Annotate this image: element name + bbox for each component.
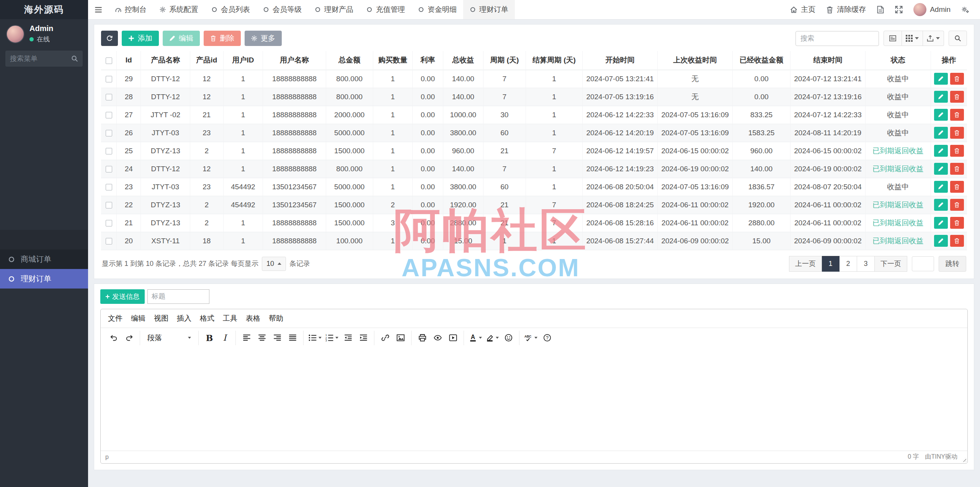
edit-row-button[interactable] <box>934 73 948 85</box>
row-checkbox[interactable] <box>106 202 112 208</box>
tab-recharge[interactable]: 充值管理 <box>360 0 412 19</box>
send-message-button[interactable]: 发送信息 <box>100 289 145 304</box>
table-search-button[interactable] <box>949 31 967 46</box>
italic-button[interactable]: I <box>217 331 232 345</box>
delete-row-button[interactable] <box>950 73 964 85</box>
link-button[interactable] <box>378 331 392 345</box>
page-button-3[interactable]: 3 <box>857 256 875 272</box>
align-center-button[interactable] <box>255 331 269 345</box>
delete-row-button[interactable] <box>950 181 964 193</box>
edit-row-button[interactable] <box>934 91 948 103</box>
emoji-button[interactable] <box>501 331 516 345</box>
row-checkbox[interactable] <box>106 94 112 100</box>
page-button-2[interactable]: 2 <box>840 256 857 272</box>
backcolor-button[interactable] <box>484 331 500 345</box>
forecolor-button[interactable]: A <box>467 331 483 345</box>
page-size-select[interactable]: 10 <box>262 257 286 271</box>
clear-cache-button[interactable]: 清除缓存 <box>826 5 866 15</box>
edit-row-button[interactable] <box>934 235 948 247</box>
edit-button[interactable]: 编辑 <box>163 31 200 46</box>
delete-row-button[interactable] <box>950 199 964 211</box>
edit-row-button[interactable] <box>934 127 948 139</box>
sidebar-item-auth[interactable] <box>0 93 88 113</box>
more-button[interactable]: 更多 <box>245 31 282 46</box>
media-button[interactable] <box>446 331 460 345</box>
row-checkbox[interactable] <box>106 220 112 226</box>
message-title-input[interactable] <box>147 289 209 304</box>
tab-finance-products[interactable]: 理财产品 <box>308 0 360 19</box>
editor-menu-4[interactable]: 插入 <box>173 311 196 326</box>
edit-row-button[interactable] <box>934 199 948 211</box>
delete-row-button[interactable] <box>950 235 964 247</box>
editor-menu-5[interactable]: 格式 <box>196 311 219 326</box>
edit-row-button[interactable] <box>934 145 948 157</box>
image-button[interactable] <box>393 331 408 345</box>
undo-button[interactable] <box>106 331 121 345</box>
sidebar-item-funds[interactable] <box>0 210 88 230</box>
tab-dashboard[interactable]: 控制台 <box>109 0 153 19</box>
row-checkbox[interactable] <box>106 238 112 244</box>
help-button[interactable]: ? <box>540 331 554 345</box>
editor-menu-3[interactable]: 视图 <box>150 311 173 326</box>
print-button[interactable] <box>415 331 430 345</box>
editor-content[interactable] <box>101 348 967 451</box>
editor-menu-8[interactable]: 帮助 <box>265 311 287 326</box>
page-jump-button[interactable]: 跳转 <box>939 256 966 272</box>
refresh-button[interactable] <box>101 31 118 46</box>
delete-row-button[interactable] <box>950 109 964 121</box>
sidebar-item-dashboard[interactable] <box>0 74 88 93</box>
page-button-1[interactable]: 1 <box>822 256 840 272</box>
paragraph-select[interactable]: 段落 <box>144 331 195 345</box>
sidebar-item-product[interactable] <box>0 171 88 191</box>
settings-gears-icon[interactable] <box>961 6 969 13</box>
editor-menu-1[interactable]: 文件 <box>104 311 127 326</box>
editor-menu-2[interactable]: 编辑 <box>127 311 150 326</box>
table-search-input[interactable] <box>795 31 879 46</box>
numbered-list-button[interactable]: 123 <box>324 331 340 345</box>
delete-row-button[interactable] <box>950 217 964 229</box>
sidebar-subitem-finance-orders[interactable]: 理财订单 <box>0 269 88 289</box>
delete-row-button[interactable] <box>950 145 964 157</box>
sidebar-item-member[interactable] <box>0 113 88 132</box>
row-checkbox[interactable] <box>106 112 112 118</box>
bold-button[interactable]: B <box>202 331 217 345</box>
edit-row-button[interactable] <box>934 109 948 121</box>
next-page-button[interactable]: 下一页 <box>875 256 907 272</box>
sidebar-item-system[interactable] <box>0 132 88 152</box>
outdent-button[interactable] <box>341 331 355 345</box>
delete-row-button[interactable] <box>950 127 964 139</box>
delete-row-button[interactable] <box>950 91 964 103</box>
edit-row-button[interactable] <box>934 163 948 175</box>
sidebar-toggle[interactable] <box>88 0 109 19</box>
user-profile[interactable]: Admin 在线 <box>0 19 88 48</box>
user-menu[interactable]: Admin <box>913 3 951 16</box>
page-jump-input[interactable] <box>912 256 934 271</box>
spellcheck-button[interactable]: ABC <box>523 331 539 345</box>
fullscreen-icon[interactable] <box>895 6 903 13</box>
row-checkbox[interactable] <box>106 130 112 136</box>
row-checkbox[interactable] <box>106 148 112 154</box>
row-checkbox[interactable] <box>106 76 112 82</box>
resize-grip[interactable] <box>961 457 966 462</box>
editor-menu-6[interactable]: 工具 <box>219 311 242 326</box>
sidebar-item-orders[interactable] <box>0 230 88 249</box>
edit-row-button[interactable] <box>934 217 948 229</box>
select-all-checkbox[interactable] <box>106 57 112 64</box>
detail-view-button[interactable] <box>884 31 902 46</box>
tab-system-config[interactable]: 系统配置 <box>153 0 205 19</box>
add-button[interactable]: 添加 <box>122 31 159 46</box>
redo-button[interactable] <box>122 331 136 345</box>
bullet-list-button[interactable] <box>307 331 323 345</box>
sidebar-subitem-mall-orders[interactable]: 商城订单 <box>0 249 88 269</box>
editor-menu-7[interactable]: 表格 <box>242 311 265 326</box>
prev-page-button[interactable]: 上一页 <box>789 256 822 272</box>
menu-search-input[interactable] <box>10 55 71 63</box>
tab-member-list[interactable]: 会员列表 <box>205 0 256 19</box>
columns-button[interactable] <box>902 31 923 46</box>
indent-button[interactable] <box>356 331 371 345</box>
sidebar-item-content[interactable] <box>0 191 88 210</box>
edit-row-button[interactable] <box>934 181 948 193</box>
sidebar-item-general[interactable] <box>0 152 88 171</box>
tab-fund-details[interactable]: 资金明细 <box>412 0 463 19</box>
home-link[interactable]: 主页 <box>790 5 815 15</box>
